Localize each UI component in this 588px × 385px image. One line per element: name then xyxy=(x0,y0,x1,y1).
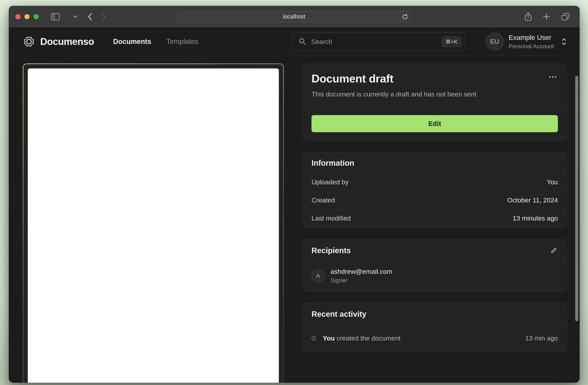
address-bar[interactable]: localhost xyxy=(177,11,411,23)
search-icon xyxy=(299,38,306,45)
ellipsis-icon xyxy=(549,76,556,78)
recent-activity-panel: Recent activity You created the document… xyxy=(303,303,567,352)
recipient-role: Signer xyxy=(331,277,392,284)
info-value: You xyxy=(547,178,558,186)
new-tab-button[interactable] xyxy=(543,13,550,21)
information-title: Information xyxy=(312,159,558,167)
document-page xyxy=(28,68,279,383)
forward-icon xyxy=(101,12,107,21)
info-row-last-modified: Last modified 13 minutes ago xyxy=(303,209,567,227)
share-button[interactable] xyxy=(525,12,532,21)
info-row-uploaded-by: Uploaded by You xyxy=(303,173,567,191)
info-label: Created xyxy=(312,196,335,204)
tab-overview-button[interactable] xyxy=(561,13,570,21)
user-avatar: EU xyxy=(486,33,504,50)
app-header: Documenso Documents Templates Search ⌘+K… xyxy=(9,28,580,56)
activity-action: created the document xyxy=(336,335,400,342)
recipient-row: A ashdrew@email.com Signer xyxy=(303,262,567,291)
user-name: Example User xyxy=(509,34,554,41)
zoom-button[interactable] xyxy=(34,14,39,19)
close-button[interactable] xyxy=(15,14,21,19)
window-controls xyxy=(15,14,39,19)
share-icon xyxy=(525,12,532,21)
refresh-icon xyxy=(402,14,408,20)
document-preview-inner xyxy=(23,64,283,383)
document-status-title: Document draft xyxy=(312,72,394,85)
refresh-button[interactable] xyxy=(402,14,408,20)
search-placeholder: Search xyxy=(311,38,332,45)
document-menu-button[interactable] xyxy=(547,72,558,82)
vertical-scrollbar[interactable] xyxy=(575,76,578,321)
pencil-icon xyxy=(550,247,557,254)
back-icon xyxy=(87,12,93,21)
toolbar-separator xyxy=(66,13,67,21)
recipient-email: ashdrew@email.com xyxy=(331,268,392,275)
back-button[interactable] xyxy=(87,12,93,21)
activity-time: 13 min ago xyxy=(525,335,558,342)
main-content: Document draft This document is currentl… xyxy=(9,56,580,383)
chevron-down-icon xyxy=(73,15,78,18)
toolbar-right xyxy=(525,12,573,21)
document-status-panel: Document draft This document is currentl… xyxy=(303,63,567,140)
sidebar-menu-button[interactable] xyxy=(73,15,78,18)
edit-button[interactable]: Edit xyxy=(312,115,558,132)
toolbar-left xyxy=(51,12,107,21)
recipients-panel: Recipients A ashdrew@email.com xyxy=(303,239,567,291)
recent-activity-title: Recent activity xyxy=(312,310,558,318)
document-preview-frame xyxy=(23,63,284,383)
nav-documents[interactable]: Documents xyxy=(113,38,151,46)
sidebar-toggle-button[interactable] xyxy=(51,13,60,21)
main-nav: Documents Templates xyxy=(113,38,198,46)
activity-row: You created the document 13 min ago xyxy=(303,325,567,352)
activity-actor: You xyxy=(323,335,335,342)
info-label: Last modified xyxy=(312,214,351,222)
brand-name: Documenso xyxy=(40,36,94,47)
chevron-up-down-icon xyxy=(561,37,567,46)
command-k-shortcut: ⌘+K xyxy=(441,36,462,47)
minimize-button[interactable] xyxy=(24,14,30,19)
browser-window: localhost xyxy=(9,6,580,383)
edit-recipients-button[interactable] xyxy=(549,246,558,255)
information-panel: Information Uploaded by You Created Octo… xyxy=(303,152,567,227)
sidebar-icon xyxy=(51,13,60,21)
forward-button[interactable] xyxy=(101,12,107,21)
recipient-avatar: A xyxy=(312,269,325,282)
activity-dot-icon xyxy=(312,336,316,340)
info-value: October 11, 2024 xyxy=(507,196,558,204)
user-account-type: Personal Account xyxy=(509,43,554,50)
desktop-background: localhost xyxy=(0,0,588,385)
recipients-title: Recipients xyxy=(312,246,351,255)
activity-text: You created the document xyxy=(323,335,400,342)
info-label: Uploaded by xyxy=(312,178,349,186)
user-menu[interactable]: EU Example User Personal Account xyxy=(486,33,567,50)
info-row-created: Created October 11, 2024 xyxy=(303,191,567,209)
tab-overview-icon xyxy=(561,13,570,21)
brand[interactable]: Documenso xyxy=(23,35,94,48)
plus-icon xyxy=(543,13,550,21)
info-value: 13 minutes ago xyxy=(513,214,558,222)
side-column: Document draft This document is currentl… xyxy=(303,63,567,383)
browser-titlebar: localhost xyxy=(9,6,580,28)
nav-templates[interactable]: Templates xyxy=(166,38,198,46)
search-input[interactable]: Search ⌘+K xyxy=(292,32,465,51)
document-status-subtitle: This document is currently a draft and h… xyxy=(312,91,558,98)
documenso-logo-icon xyxy=(23,35,35,48)
url-text: localhost xyxy=(283,13,305,20)
